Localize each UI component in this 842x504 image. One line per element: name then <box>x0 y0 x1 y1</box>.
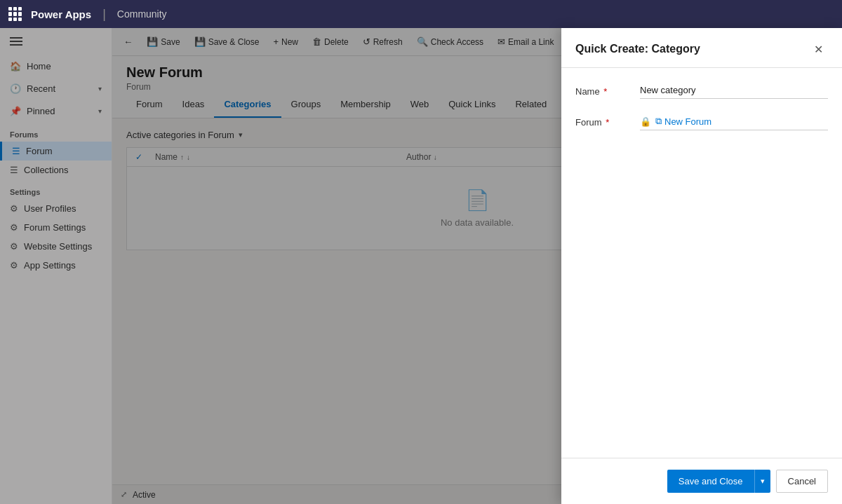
qc-save-chevron-button[interactable]: ▾ <box>754 470 770 493</box>
qc-forum-field: Forum * 🔒 ⧉ New Forum <box>575 113 828 130</box>
qc-forum-link[interactable]: ⧉ New Forum <box>655 116 711 127</box>
top-bar: Power Apps | Community <box>0 0 842 28</box>
quick-create-panel: Quick Create: Category ✕ Name * Forum * <box>561 28 842 504</box>
qc-cancel-button[interactable]: Cancel <box>776 470 828 493</box>
qc-name-value[interactable] <box>640 82 828 99</box>
qc-header: Quick Create: Category ✕ <box>561 28 842 68</box>
qc-forum-value: 🔒 ⧉ New Forum <box>640 113 828 130</box>
name-required-marker: * <box>603 86 607 97</box>
app-name: Power Apps <box>31 8 91 20</box>
forum-link-text: New Forum <box>664 116 711 127</box>
qc-forum-value-wrapper: 🔒 ⧉ New Forum <box>640 113 828 130</box>
qc-footer: Save and Close ▾ Cancel <box>561 458 842 504</box>
save-btn-group: Save and Close ▾ <box>667 470 770 493</box>
qc-save-close-button[interactable]: Save and Close <box>667 470 754 493</box>
forum-link-external-icon: ⧉ <box>655 116 662 127</box>
qc-close-button[interactable]: ✕ <box>808 39 828 59</box>
app-grid-icon[interactable] <box>8 7 22 21</box>
main-layout: 🏠 Home 🕐 Recent ▾ 📌 Pinned ▾ Forums ☰ Fo… <box>0 28 842 504</box>
topbar-separator: | <box>102 7 106 22</box>
forum-lock-icon: 🔒 <box>640 116 651 127</box>
qc-title: Quick Create: Category <box>575 43 700 55</box>
qc-name-field: Name * <box>575 82 828 99</box>
qc-name-label: Name * <box>575 82 632 97</box>
community-label: Community <box>117 8 167 20</box>
qc-forum-label: Forum * <box>575 113 632 128</box>
qc-name-input[interactable] <box>640 82 828 99</box>
qc-body: Name * Forum * 🔒 ⧉ <box>561 68 842 458</box>
forum-required-marker: * <box>606 117 609 128</box>
